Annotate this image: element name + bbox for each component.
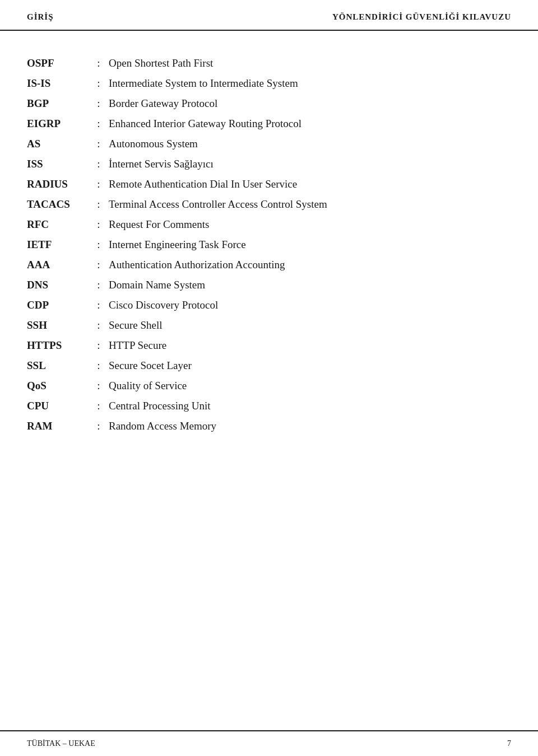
abbr-colon: :	[89, 315, 109, 335]
abbr-term: AAA	[27, 255, 89, 275]
abbr-colon: :	[89, 174, 109, 194]
table-row: EIGRP:Enhanced Interior Gateway Routing …	[27, 114, 511, 134]
table-row: DNS:Domain Name System	[27, 275, 511, 295]
abbr-colon: :	[89, 114, 109, 134]
abbr-term: RADIUS	[27, 174, 89, 194]
abbr-definition: Secure Socet Layer	[109, 356, 511, 376]
abbr-colon: :	[89, 416, 109, 436]
abbr-definition: Enhanced Interior Gateway Routing Protoc…	[109, 114, 511, 134]
abbr-definition: Autonomous System	[109, 134, 511, 154]
abbr-term: SSL	[27, 356, 89, 376]
abbr-term: CPU	[27, 396, 89, 416]
table-row: SSH:Secure Shell	[27, 315, 511, 335]
header-right-title: YÖNLENDİRİCİ GÜVENLİĞİ KILAVUZU	[332, 12, 511, 22]
table-row: ISS:İnternet Servis Sağlayıcı	[27, 154, 511, 174]
abbr-term: RFC	[27, 214, 89, 235]
abbr-term: CDP	[27, 295, 89, 315]
abbr-definition: Authentication Authorization Accounting	[109, 255, 511, 275]
abbreviations-table: OSPF:Open Shortest Path FirstIS-IS:Inter…	[27, 53, 511, 436]
abbr-definition: Random Access Memory	[109, 416, 511, 436]
abbr-term: DNS	[27, 275, 89, 295]
abbr-colon: :	[89, 235, 109, 255]
table-row: OSPF:Open Shortest Path First	[27, 53, 511, 73]
abbr-term: OSPF	[27, 53, 89, 73]
table-row: HTTPS:HTTP Secure	[27, 335, 511, 356]
abbr-colon: :	[89, 275, 109, 295]
abbr-definition: Terminal Access Controller Access Contro…	[109, 194, 511, 214]
abbr-definition: Intermediate System to Intermediate Syst…	[109, 73, 511, 94]
table-row: AS:Autonomous System	[27, 134, 511, 154]
table-row: CDP:Cisco Discovery Protocol	[27, 295, 511, 315]
abbr-definition: Remote Authentication Dial In User Servi…	[109, 174, 511, 194]
abbr-term: IS-IS	[27, 73, 89, 94]
abbr-definition: Cisco Discovery Protocol	[109, 295, 511, 315]
abbr-definition: İnternet Servis Sağlayıcı	[109, 154, 511, 174]
abbr-colon: :	[89, 396, 109, 416]
abbr-definition: Domain Name System	[109, 275, 511, 295]
table-row: BGP:Border Gateway Protocol	[27, 94, 511, 114]
table-row: AAA:Authentication Authorization Account…	[27, 255, 511, 275]
abbr-term: HTTPS	[27, 335, 89, 356]
abbr-definition: Central Processing Unit	[109, 396, 511, 416]
abbr-definition: Internet Engineering Task Force	[109, 235, 511, 255]
page-header: GİRİŞ YÖNLENDİRİCİ GÜVENLİĞİ KILAVUZU	[0, 0, 538, 31]
main-content: OSPF:Open Shortest Path FirstIS-IS:Inter…	[0, 31, 538, 481]
abbr-term: BGP	[27, 94, 89, 114]
abbr-definition: Secure Shell	[109, 315, 511, 335]
abbr-term: TACACS	[27, 194, 89, 214]
abbr-colon: :	[89, 295, 109, 315]
abbr-colon: :	[89, 356, 109, 376]
abbr-definition: Border Gateway Protocol	[109, 94, 511, 114]
table-row: QoS:Quality of Service	[27, 376, 511, 396]
abbr-term: SSH	[27, 315, 89, 335]
table-row: SSL:Secure Socet Layer	[27, 356, 511, 376]
abbr-term: IETF	[27, 235, 89, 255]
abbr-term: RAM	[27, 416, 89, 436]
table-row: RAM:Random Access Memory	[27, 416, 511, 436]
header-left-title: GİRİŞ	[27, 12, 54, 22]
table-row: IETF:Internet Engineering Task Force	[27, 235, 511, 255]
abbr-colon: :	[89, 194, 109, 214]
table-row: RFC:Request For Comments	[27, 214, 511, 235]
table-row: IS-IS:Intermediate System to Intermediat…	[27, 73, 511, 94]
abbr-definition: Quality of Service	[109, 376, 511, 396]
abbr-term: QoS	[27, 376, 89, 396]
page-footer: TÜBİTAK – UEKAE 7	[0, 730, 538, 756]
table-row: RADIUS:Remote Authentication Dial In Use…	[27, 174, 511, 194]
abbr-definition: Request For Comments	[109, 214, 511, 235]
abbr-colon: :	[89, 134, 109, 154]
abbr-term: AS	[27, 134, 89, 154]
abbr-colon: :	[89, 154, 109, 174]
footer-page-number: 7	[507, 739, 511, 748]
abbr-colon: :	[89, 255, 109, 275]
abbr-colon: :	[89, 53, 109, 73]
abbr-definition: HTTP Secure	[109, 335, 511, 356]
abbr-term: EIGRP	[27, 114, 89, 134]
abbr-colon: :	[89, 376, 109, 396]
abbr-colon: :	[89, 73, 109, 94]
abbr-definition: Open Shortest Path First	[109, 53, 511, 73]
abbr-colon: :	[89, 94, 109, 114]
table-row: TACACS:Terminal Access Controller Access…	[27, 194, 511, 214]
abbr-term: ISS	[27, 154, 89, 174]
abbr-colon: :	[89, 214, 109, 235]
table-row: CPU:Central Processing Unit	[27, 396, 511, 416]
abbr-colon: :	[89, 335, 109, 356]
footer-publisher: TÜBİTAK – UEKAE	[27, 739, 95, 748]
